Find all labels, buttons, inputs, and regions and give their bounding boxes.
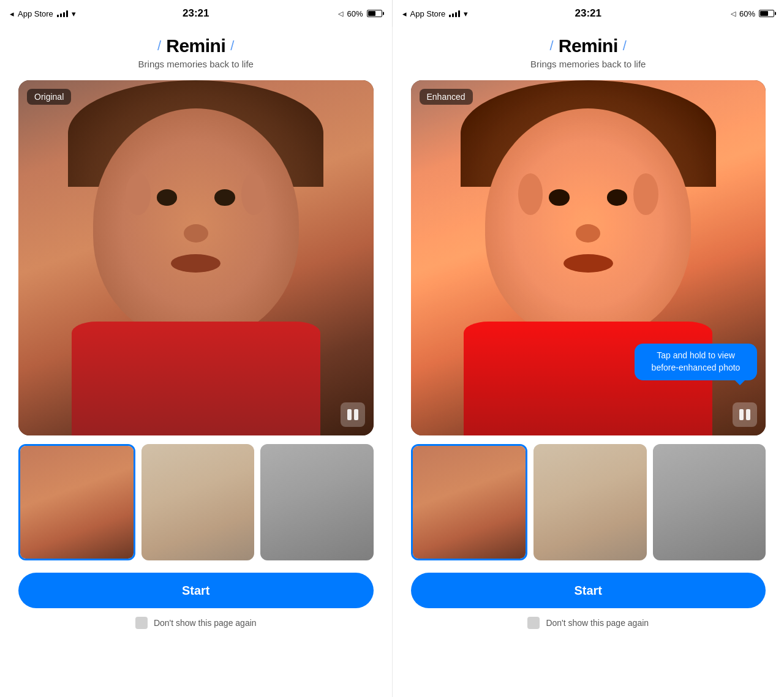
left-compare-button[interactable] <box>341 402 365 427</box>
signal-bars-left <box>57 10 68 17</box>
right-app-subtitle: Brings memories back to life <box>530 59 646 69</box>
left-photo-badge: Original <box>27 89 71 105</box>
right-app-title-area: / Remini / Brings memories back to life <box>530 27 646 80</box>
status-bar: ◂ App Store ▾ 23:21 ◁ 60% ◂ App Store <box>0 0 784 27</box>
location-icon-right: ◁ <box>731 10 736 18</box>
wifi-icon-left: ▾ <box>72 9 76 18</box>
status-right-group-r: ◁ 60% <box>601 9 774 18</box>
signal-bar-r2 <box>452 13 454 17</box>
left-photo-area[interactable]: Original <box>18 80 374 435</box>
right-dont-show-checkbox[interactable] <box>527 617 540 629</box>
right-eye-r <box>607 189 628 205</box>
back-arrow-icon: ◂ <box>10 9 14 18</box>
signal-bars-right <box>449 10 460 17</box>
left-nose <box>184 224 208 243</box>
left-app-name: Remini <box>166 36 225 56</box>
compare-icon-left <box>346 408 360 421</box>
left-thumb-2[interactable] <box>141 444 255 561</box>
right-photo-placeholder <box>411 80 766 435</box>
left-start-button[interactable]: Start <box>18 573 374 608</box>
right-dont-show-row: Don't show this page again <box>527 617 649 629</box>
lightning-icon-right-1: / <box>550 38 554 54</box>
left-face <box>93 108 299 339</box>
wifi-icon-right: ▾ <box>464 9 468 18</box>
right-eye-l <box>549 189 570 205</box>
left-eye-r <box>214 189 235 205</box>
right-thumbnail-strip <box>411 444 766 561</box>
right-thumb-3[interactable] <box>653 444 766 561</box>
compare-icon-right <box>738 408 752 421</box>
svg-rect-2 <box>739 409 744 420</box>
right-thumb-2[interactable] <box>533 444 647 561</box>
left-panel: / Remini / Brings memories back to life <box>0 27 392 697</box>
back-arrow-icon-r: ◂ <box>402 9 407 18</box>
right-compare-button[interactable] <box>733 402 757 427</box>
right-mouth <box>564 254 613 273</box>
battery-fill-left <box>368 11 376 16</box>
status-time-left: 23:21 <box>183 7 209 20</box>
status-time-right: 23:21 <box>575 7 601 20</box>
status-right-group-left: ◁ 60% <box>209 9 382 18</box>
signal-bar-4 <box>66 10 68 17</box>
left-app-subtitle: Brings memories back to life <box>138 59 254 69</box>
left-ear-r <box>241 173 266 215</box>
right-face <box>485 108 691 339</box>
right-ear-l <box>518 173 543 215</box>
left-eye-l <box>157 189 178 205</box>
left-app-title-area: / Remini / Brings memories back to life <box>138 27 254 80</box>
right-child-photo <box>411 80 766 435</box>
left-thumb-face-3 <box>260 444 374 561</box>
right-app-name-row: / Remini / <box>550 36 627 56</box>
battery-pct-left: 60% <box>347 9 363 18</box>
right-tooltip-bubble: Tap and hold to view before-enhanced pho… <box>635 344 757 380</box>
right-ear-r <box>633 173 658 215</box>
signal-bar-1 <box>57 15 59 17</box>
right-photo-area[interactable]: Enhanced Tap and hold to view before-enh… <box>411 80 766 435</box>
status-left-group: ◂ App Store ▾ <box>10 9 183 18</box>
signal-bar-r4 <box>458 10 460 17</box>
left-ear-l <box>126 173 150 215</box>
status-app-store-left: App Store <box>18 9 53 18</box>
right-thumb-face-1 <box>413 446 526 559</box>
battery-icon-left <box>367 10 382 17</box>
signal-bar-2 <box>60 13 62 17</box>
battery-pct-right: 60% <box>739 9 755 18</box>
signal-bar-r3 <box>455 12 457 17</box>
lightning-icon-left-2: / <box>230 38 234 54</box>
right-app-name: Remini <box>559 36 618 56</box>
battery-fill-right <box>760 11 768 16</box>
left-thumb-1[interactable] <box>18 444 135 561</box>
right-panel: / Remini / Brings memories back to life <box>392 27 785 697</box>
main-content: / Remini / Brings memories back to life <box>0 27 784 697</box>
left-dont-show-row: Don't show this page again <box>135 617 257 629</box>
left-dont-show-checkbox[interactable] <box>135 617 148 629</box>
left-thumbnail-strip <box>18 444 374 561</box>
signal-bar-3 <box>63 12 65 17</box>
left-app-name-row: / Remini / <box>157 36 234 56</box>
left-dont-show-label: Don't show this page again <box>154 618 257 628</box>
left-mouth <box>171 254 221 273</box>
left-shirt <box>72 322 320 435</box>
left-thumb-face-1 <box>20 446 134 559</box>
right-thumb-face-2 <box>533 444 647 561</box>
left-photo-placeholder <box>18 80 374 435</box>
status-bar-left: ◂ App Store ▾ 23:21 ◁ 60% <box>0 0 392 27</box>
svg-rect-3 <box>746 409 750 420</box>
right-nose <box>576 224 600 243</box>
lightning-icon-right-2: / <box>623 38 627 54</box>
left-thumb-face-2 <box>141 444 255 561</box>
right-thumb-1[interactable] <box>411 444 528 561</box>
left-child-photo <box>18 80 374 435</box>
battery-icon-right <box>759 10 774 17</box>
right-start-button[interactable]: Start <box>411 573 766 608</box>
status-left-group-r: ◂ App Store ▾ <box>402 9 575 18</box>
right-thumb-face-3 <box>653 444 766 561</box>
status-app-store-right: App Store <box>410 9 446 18</box>
lightning-icon-left-1: / <box>157 38 161 54</box>
right-photo-badge: Enhanced <box>420 89 473 105</box>
left-thumb-3[interactable] <box>260 444 374 561</box>
location-icon-left: ◁ <box>338 10 343 18</box>
status-bar-right: ◂ App Store ▾ 23:21 ◁ 60% <box>393 0 785 27</box>
svg-rect-0 <box>347 409 352 420</box>
svg-rect-1 <box>354 409 358 420</box>
